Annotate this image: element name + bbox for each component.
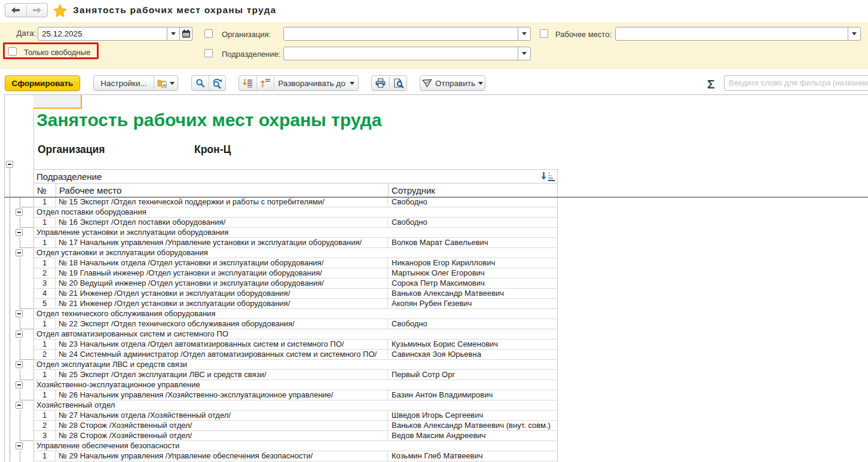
date-value[interactable]: 25.12.2025 (38, 27, 167, 40)
subdivision-value[interactable] (284, 47, 518, 60)
cell-num: 1 (34, 218, 56, 227)
group-row[interactable]: Отдел автоматизированных систем и систем… (33, 329, 558, 339)
table-row[interactable]: 3№ 28 Сторож /Хозяйственный отдел/Ведов … (33, 431, 558, 441)
sheet-left-border (4, 94, 5, 462)
table-row[interactable]: 1№ 17 Начальник управления /Управление у… (33, 238, 558, 248)
table-row[interactable]: 1№ 29 Начальник управления /Управление о… (33, 451, 558, 461)
report-rows: 1№ 15 Эксперт /Отдел технической поддерж… (33, 197, 558, 461)
only-free-checkbox[interactable] (8, 47, 17, 56)
collapse-group-button[interactable] (16, 310, 23, 317)
only-free-label[interactable]: Только свободные (24, 48, 90, 57)
search-repeat-icon (212, 78, 223, 88)
tree-line (20, 339, 20, 359)
table-header-row[interactable]: № Рабочее место Сотрудник (33, 183, 558, 197)
table-row[interactable]: 3№ 20 Ведущий инженер /Отдел установки и… (33, 279, 558, 289)
collapse-group-button[interactable] (16, 209, 23, 216)
collapse-group-button[interactable] (16, 361, 23, 368)
group-row[interactable]: Отдел эксплуатации ЛВС и средств связи (33, 360, 558, 370)
tree-elbow (20, 440, 33, 441)
cell-num: 1 (34, 339, 56, 349)
column-header-num[interactable]: № (34, 183, 56, 197)
table-row[interactable]: 1№ 16 Эксперт /Отдел поставки оборудован… (33, 218, 558, 228)
send-button[interactable]: Отправить (420, 75, 485, 91)
collapse-level1-button[interactable] (6, 161, 13, 168)
tree-elbow (20, 380, 33, 380)
cell-workplace: № 21 Инженер /Отдел установки и эксплуат… (56, 299, 388, 308)
sort-order-icon[interactable] (541, 172, 555, 182)
collapse-group-button[interactable] (16, 402, 23, 409)
table-row[interactable]: 1№ 27 Начальник отдела /Хозяйственный от… (33, 411, 558, 421)
forward-button[interactable] (26, 4, 48, 17)
table-row[interactable]: 1№ 25 Эксперт /Отдел эксплуатации ЛВС и … (33, 370, 558, 380)
organization-checkbox[interactable] (204, 29, 213, 38)
table-row[interactable]: 1№ 15 Эксперт /Отдел технической поддерж… (33, 197, 558, 207)
collapse-group-button[interactable] (16, 381, 23, 388)
organization-dropdown-button[interactable] (518, 27, 530, 40)
table-row[interactable]: 1№ 18 Начальник отдела /Отдел установки … (33, 258, 558, 268)
date-field[interactable]: 25.12.2025 (38, 27, 192, 41)
table-row[interactable]: 1№ 22 Эксперт /Отдел технического обслуж… (33, 319, 558, 329)
collapse-group-button[interactable] (16, 249, 23, 256)
group-row[interactable]: Отдел установки и эксплуатации оборудова… (33, 248, 558, 258)
selected-cell[interactable] (33, 95, 82, 109)
group-row[interactable]: Управление обеспечения безопасности (33, 441, 558, 451)
subdivision-dropdown-button[interactable] (518, 47, 530, 60)
quick-filter-input[interactable]: Введите слово для фильтра (название т (724, 75, 868, 91)
workplace-value[interactable] (616, 27, 848, 40)
expand-groups-button[interactable] (239, 76, 256, 90)
report-variants-button[interactable] (154, 76, 178, 90)
expand-to-button[interactable]: Разворачивать до (274, 76, 358, 90)
organization-field[interactable] (283, 27, 531, 41)
calendar-icon (182, 29, 191, 38)
subdivision-checkbox[interactable] (204, 49, 213, 57)
organization-value[interactable] (284, 27, 518, 40)
cell-employee: Шведов Игорь Сергеевич (388, 411, 558, 420)
table-row[interactable]: 1№ 23 Начальник отдела /Отдел автоматизи… (33, 339, 558, 350)
table-row[interactable]: 2№ 19 Главный инженер /Отдел установки и… (33, 268, 558, 279)
group-name: Отдел эксплуатации ЛВС и средств связи (34, 360, 558, 369)
cell-num: 1 (34, 390, 56, 400)
table-row[interactable]: 1№ 26 Начальник управления /Хозяйственно… (33, 390, 558, 400)
table-row[interactable]: 2№ 24 Системный администратор /Отдел авт… (33, 350, 558, 360)
group-row[interactable]: Отдел технического обслуживания оборудов… (33, 309, 558, 319)
column-header-employee[interactable]: Сотрудник (388, 183, 557, 197)
printer-icon (375, 78, 386, 88)
print-button[interactable] (372, 76, 389, 90)
group-row[interactable]: Хозяйственно-эксплуатационное управление (33, 380, 558, 390)
column-header-workplace[interactable]: Рабочее место (56, 183, 388, 197)
workplace-checkbox[interactable] (540, 29, 548, 38)
tree-line (20, 319, 20, 329)
collapse-groups-button[interactable] (256, 76, 274, 90)
group-row[interactable]: Отдел поставки оборудования (33, 207, 558, 218)
group-row[interactable]: Управление установки и эксплуатации обор… (33, 228, 558, 238)
subdivision-field[interactable] (283, 47, 531, 60)
sum-indicator[interactable]: Σ (707, 77, 715, 91)
group-column-header-label: Подразделение (36, 172, 102, 182)
collapse-group-button[interactable] (16, 442, 23, 449)
group-name: Отдел установки и эксплуатации оборудова… (34, 248, 558, 258)
group-column-header[interactable]: Подразделение (33, 169, 558, 183)
favorite-star-icon[interactable] (53, 4, 68, 18)
group-row[interactable]: Хозяйственный отдел (33, 400, 558, 411)
find-next-button[interactable] (209, 76, 226, 90)
tree-elbow (20, 247, 33, 248)
workplace-field[interactable] (615, 27, 861, 41)
collapse-group-button[interactable] (16, 229, 23, 236)
find-button[interactable] (192, 76, 209, 90)
workplace-dropdown-button[interactable] (848, 27, 860, 40)
date-calendar-button[interactable] (179, 27, 192, 40)
report-variant-folder-icon (157, 78, 167, 88)
table-row[interactable]: 5№ 21 Инженер /Отдел установки и эксплуа… (33, 299, 558, 309)
back-button[interactable] (5, 4, 26, 17)
table-row[interactable]: 4№ 21 Инженер /Отдел установки и эксплуа… (33, 289, 558, 299)
settings-button[interactable]: Настройки... (94, 76, 154, 90)
tree-line (20, 410, 20, 440)
table-row[interactable]: 2№ 28 Сторож /Хозяйственный отдел/Ванько… (33, 421, 558, 431)
collapse-group-button[interactable] (16, 331, 23, 338)
date-dropdown-button[interactable] (167, 27, 179, 40)
print-preview-button[interactable] (389, 76, 407, 90)
cell-employee: Первый Сотр Орг (388, 370, 558, 380)
generate-button[interactable]: Сформировать (5, 75, 80, 91)
cell-workplace: № 29 Начальник управления /Управление об… (56, 451, 388, 461)
cell-employee: Козьмин Глеб Матвеевич (388, 451, 558, 461)
